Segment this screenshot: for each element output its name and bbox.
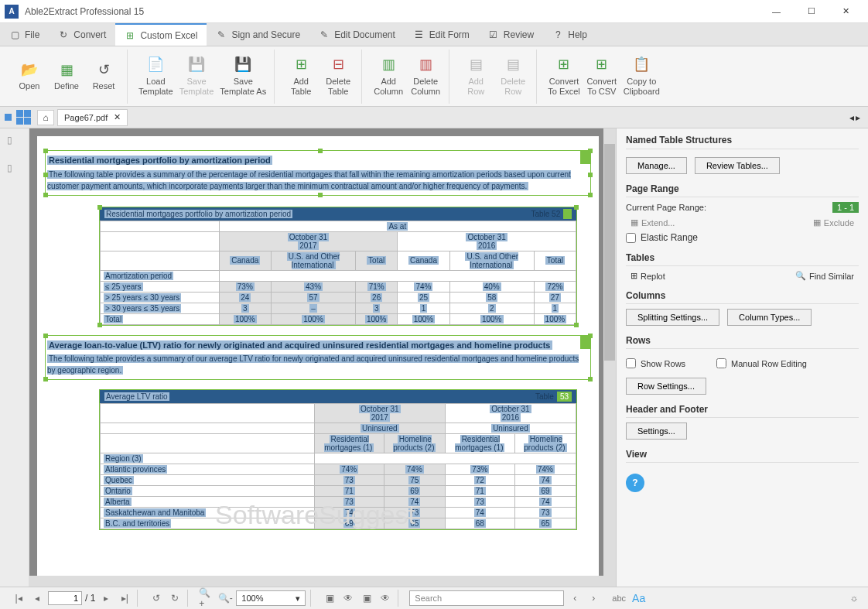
open-button[interactable]: 📂Open bbox=[12, 59, 46, 93]
view-option-4-icon[interactable]: 👁 bbox=[378, 590, 393, 606]
extend-link[interactable]: ▦ Extend... bbox=[630, 217, 675, 228]
search-prev-button[interactable]: ‹ bbox=[567, 590, 583, 606]
close-tab-icon[interactable]: ✕ bbox=[114, 112, 121, 122]
review-icon: ☑ bbox=[488, 29, 499, 40]
column-types-button[interactable]: Column Types... bbox=[727, 309, 812, 326]
load-template-button[interactable]: 📄Load Template bbox=[137, 54, 175, 98]
vertical-scrollbar[interactable] bbox=[603, 128, 616, 587]
add-table-button[interactable]: ⊞Add Table bbox=[284, 54, 318, 98]
frame-grip-icon[interactable] bbox=[580, 335, 591, 349]
home-tab-button[interactable]: ⌂ bbox=[37, 110, 54, 125]
table-row: Ontario71697169 bbox=[101, 486, 576, 497]
copy-to-clipboard-button[interactable]: 📋Copy to Clipboard bbox=[622, 54, 661, 98]
replot-link[interactable]: ⊞ Replot bbox=[630, 271, 665, 281]
view-option-1-icon[interactable]: ▣ bbox=[322, 590, 337, 606]
tab-sign-secure[interactable]: ✎Sign and Secure bbox=[207, 23, 309, 46]
document-viewport[interactable]: Residential mortgages portfolio by amort… bbox=[29, 128, 616, 587]
elastic-range-checkbox[interactable] bbox=[626, 233, 636, 243]
manual-row-editing-checkbox[interactable] bbox=[716, 358, 726, 368]
tab-custom-excel[interactable]: ⊞Custom Excel bbox=[115, 23, 207, 46]
excel-convert-icon: ⊞ bbox=[555, 56, 573, 74]
row-settings-button[interactable]: Row Settings... bbox=[626, 378, 706, 395]
section-1-title: Residential mortgages portfolio by amort… bbox=[47, 156, 272, 165]
table-52-frame[interactable]: Residential mortgages portfolio by amort… bbox=[99, 207, 577, 326]
tab-left-arrow[interactable]: ◂ bbox=[849, 112, 854, 123]
last-page-button[interactable]: ▸| bbox=[117, 590, 132, 606]
add-column-button[interactable]: ▥Add Column bbox=[371, 54, 405, 98]
table-row: Quebec73757274 bbox=[101, 475, 576, 486]
delete-row-button[interactable]: ▤Delete Row bbox=[496, 54, 530, 98]
tabstrip: ⌂ Page67.pdf ✕ ◂ ▸ bbox=[0, 107, 868, 128]
zoom-out-button[interactable]: 🔍- bbox=[217, 590, 233, 606]
view-option-3-icon[interactable]: ▣ bbox=[359, 590, 374, 606]
add-row-button[interactable]: ▤Add Row bbox=[459, 54, 493, 98]
tab-convert[interactable]: ↻Convert bbox=[49, 23, 115, 46]
add-column-icon: ▥ bbox=[379, 56, 398, 74]
table-52-grip[interactable] bbox=[563, 209, 572, 219]
abc-label: abc bbox=[612, 594, 626, 603]
current-page-range-label: Current Page Range: bbox=[626, 203, 706, 212]
clipboard-panel-icon[interactable]: ▯ bbox=[7, 163, 22, 178]
table-53-header: Average LTV ratio Table 53 bbox=[100, 390, 576, 403]
frame-grip-icon[interactable] bbox=[580, 150, 591, 164]
next-page-button[interactable]: ▸ bbox=[98, 590, 114, 606]
selection-frame-1[interactable]: Residential mortgages portfolio by amort… bbox=[45, 150, 591, 196]
clipboard-icon: 📋 bbox=[632, 56, 651, 74]
page-input[interactable] bbox=[48, 591, 82, 605]
table-row: Alberta73747374 bbox=[101, 497, 576, 508]
tab-edit-document[interactable]: ✎Edit Document bbox=[309, 23, 405, 46]
excel-icon: ⊞ bbox=[125, 30, 135, 41]
maximize-button[interactable]: ☐ bbox=[794, 1, 829, 22]
zoom-in-button[interactable]: 🔍+ bbox=[199, 590, 214, 606]
table-row: Atlantic provinces74%74%73%74% bbox=[101, 464, 576, 475]
tab-edit-form[interactable]: ☰Edit Form bbox=[405, 23, 479, 46]
thumbnail-view-button[interactable] bbox=[16, 110, 31, 125]
table-53-number[interactable]: 53 bbox=[557, 392, 572, 402]
save-template-as-button[interactable]: 💾Save Template As bbox=[218, 54, 268, 98]
document-tab[interactable]: Page67.pdf ✕ bbox=[57, 109, 128, 126]
file-icon: ▢ bbox=[9, 29, 20, 40]
horizontal-scrollbar[interactable] bbox=[29, 576, 603, 587]
tab-review[interactable]: ☑Review bbox=[479, 23, 543, 46]
delete-table-button[interactable]: ⊟Delete Table bbox=[321, 54, 355, 98]
add-table-icon: ⊞ bbox=[292, 56, 310, 74]
show-rows-checkbox[interactable] bbox=[626, 358, 636, 368]
rotate-ccw-button[interactable]: ↺ bbox=[149, 590, 164, 606]
tab-file[interactable]: ▢File bbox=[0, 23, 49, 46]
minimize-button[interactable]: — bbox=[759, 1, 794, 22]
convert-to-excel-button[interactable]: ⊞Convert To Excel bbox=[546, 54, 582, 98]
pages-panel-icon[interactable]: ▯ bbox=[7, 135, 22, 150]
brightness-icon[interactable]: ☼ bbox=[846, 590, 862, 606]
review-tables-button[interactable]: Review Tables... bbox=[695, 157, 780, 174]
prev-page-button[interactable]: ◂ bbox=[29, 590, 45, 606]
manage-button[interactable]: Manage... bbox=[626, 157, 687, 174]
text-size-icon[interactable]: Aa bbox=[632, 592, 645, 604]
find-similar-link[interactable]: 🔍 Find Similar bbox=[795, 271, 854, 281]
save-template-button[interactable]: 💾Save Template bbox=[178, 54, 216, 98]
first-page-button[interactable]: |◂ bbox=[11, 590, 26, 606]
table-53-frame[interactable]: Average LTV ratio Table 53 October 31201… bbox=[99, 389, 577, 530]
search-next-button[interactable]: › bbox=[586, 590, 601, 606]
zoom-select[interactable]: 100%▾ bbox=[236, 590, 306, 606]
reset-button[interactable]: ↺Reset bbox=[87, 59, 121, 93]
define-button[interactable]: ▦Define bbox=[50, 59, 84, 93]
convert-to-csv-button[interactable]: ⊞Convert To CSV bbox=[585, 54, 619, 98]
close-button[interactable]: ✕ bbox=[829, 1, 863, 22]
splitting-settings-button[interactable]: Splitting Settings... bbox=[626, 309, 719, 326]
tab-help[interactable]: ?Help bbox=[543, 23, 596, 46]
rotate-cw-button[interactable]: ↻ bbox=[167, 590, 183, 606]
view-mode-buttons[interactable] bbox=[5, 114, 12, 121]
view-option-2-icon[interactable]: 👁 bbox=[340, 590, 356, 606]
save-template-as-icon: 💾 bbox=[234, 56, 252, 74]
elastic-range-label: Elastic Range bbox=[641, 232, 698, 243]
search-input[interactable]: Search bbox=[409, 590, 564, 606]
selection-frame-2[interactable]: Average loan-to-value (LTV) ratio for ne… bbox=[45, 335, 591, 381]
delete-column-button[interactable]: ▥Delete Column bbox=[408, 54, 443, 98]
left-rail: ▯ ▯ bbox=[0, 128, 29, 587]
help-bubble-icon[interactable]: ? bbox=[626, 474, 644, 492]
exclude-link[interactable]: ▦ Exclude bbox=[813, 217, 854, 228]
table-53: October 312017 October 312016 UninsuredU… bbox=[100, 403, 576, 529]
hf-settings-button[interactable]: Settings... bbox=[626, 423, 687, 440]
tab-right-arrow[interactable]: ▸ bbox=[856, 112, 860, 123]
columns-header: Columns bbox=[626, 290, 859, 304]
